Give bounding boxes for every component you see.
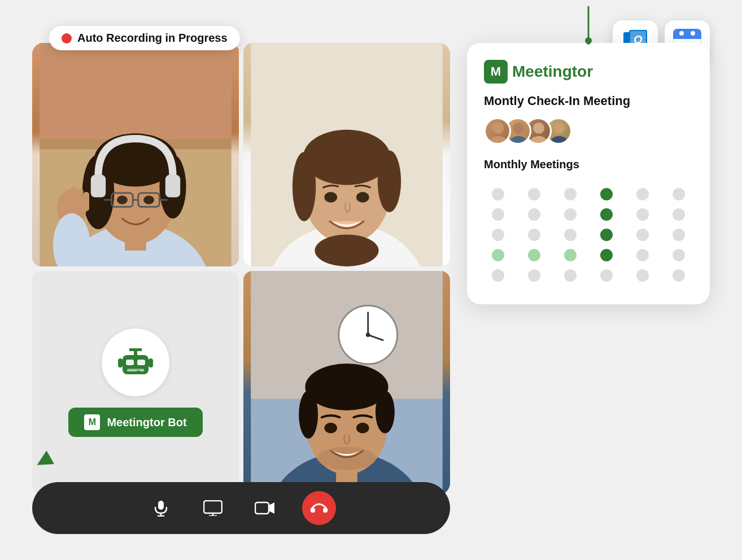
meetingtor-card: M Meetingtor Montly Check-In Meeting Mon… [467,43,710,304]
svg-point-49 [315,234,378,266]
dot-1-3 [564,188,577,200]
participant-3-bot-cell: M Meetingtor Bot [32,271,239,495]
dot-3-3 [564,229,577,241]
dot-1-2 [528,188,540,200]
dot-5-6 [673,269,685,282]
dot-5-4 [600,269,613,282]
svg-point-87 [492,123,504,134]
svg-rect-77 [158,501,164,510]
svg-point-34 [117,196,128,204]
svg-point-51 [356,192,369,203]
dot-5-5 [636,269,649,282]
bot-avatar-circle [102,329,169,396]
recording-label: Auto Recording in Progress [77,32,228,45]
svg-point-74 [324,423,337,434]
mic-button[interactable] [146,493,176,523]
svg-rect-86 [323,508,328,513]
svg-rect-80 [204,501,222,513]
logo-m-box: M [484,60,508,84]
dot-2-3 [564,208,577,221]
monthly-meetings-grid [484,182,693,287]
avatar-1 [484,117,511,145]
dot-3-1 [492,229,504,241]
meetingtor-logo: M Meetingtor [484,60,593,84]
svg-point-90 [509,136,527,144]
dot-2-5 [636,208,649,221]
svg-rect-10 [673,34,701,39]
dot-1-4 [600,188,613,200]
dot-3-4 [600,229,613,241]
meeting-toolbar [32,482,450,534]
screen-share-button[interactable] [198,493,228,523]
logo-text: Meetingtor [512,63,593,81]
svg-rect-27 [91,175,106,198]
participant-4-cell [243,271,450,495]
svg-point-50 [324,192,337,203]
svg-point-72 [299,391,318,439]
participant-2-cell [243,43,450,266]
bot-m-logo: M [84,414,100,430]
dot-4-2 [528,249,540,261]
recording-dot [62,33,72,43]
svg-rect-83 [255,502,269,514]
svg-point-35 [143,196,154,204]
card-header: M Meetingtor [484,60,693,84]
dot-2-2 [528,208,540,221]
svg-rect-54 [137,360,145,365]
dot-4-6 [673,249,685,261]
svg-point-91 [533,123,544,134]
dot-3-2 [528,229,540,241]
svg-point-47 [293,152,316,221]
svg-point-88 [489,136,507,144]
camera-button[interactable] [250,493,280,523]
svg-rect-56 [129,348,142,351]
dot-2-6 [673,208,685,221]
dot-5-1 [492,269,504,282]
dot-1-6 [673,188,685,200]
svg-rect-38 [71,187,77,210]
connector-dot [585,37,592,44]
svg-point-73 [376,391,395,433]
dot-3-6 [673,229,685,241]
svg-rect-37 [64,191,71,212]
attendee-avatars [484,117,693,145]
svg-rect-53 [126,360,134,365]
svg-rect-58 [118,358,123,368]
dot-4-4 [600,249,613,261]
meeting-title: Montly Check-In Meeting [484,94,693,108]
svg-rect-60 [127,370,137,371]
svg-marker-84 [269,502,274,514]
svg-point-71 [305,364,388,410]
svg-rect-85 [311,508,315,513]
svg-point-94 [550,136,568,144]
svg-point-15 [691,31,695,36]
svg-point-76 [317,447,376,470]
dot-1-1 [492,188,504,200]
dot-3-5 [636,229,649,241]
svg-point-89 [513,123,524,134]
svg-point-75 [356,423,369,434]
dot-4-5 [636,249,649,261]
video-grid: M Meetingtor Bot [32,43,450,495]
bot-label: M Meetingtor Bot [68,408,202,437]
svg-rect-59 [149,358,153,368]
svg-point-92 [530,136,548,144]
recording-badge: Auto Recording in Progress [49,26,240,50]
end-call-button[interactable] [302,491,336,525]
svg-rect-39 [77,189,83,210]
monthly-meetings-title: Monthly Meetings [484,158,693,171]
svg-rect-20 [40,43,231,139]
dot-1-5 [636,188,649,200]
dot-4-3 [564,249,577,261]
svg-point-14 [679,31,684,36]
svg-rect-28 [165,175,180,198]
bot-label-text: Meetingtor Bot [107,416,186,429]
dot-2-1 [492,208,504,221]
svg-rect-61 [139,370,144,371]
dot-2-4 [600,208,613,221]
svg-point-46 [303,130,391,185]
dot-4-1 [492,249,504,261]
svg-rect-40 [84,192,89,211]
dot-5-2 [528,269,540,282]
svg-point-93 [553,123,565,134]
